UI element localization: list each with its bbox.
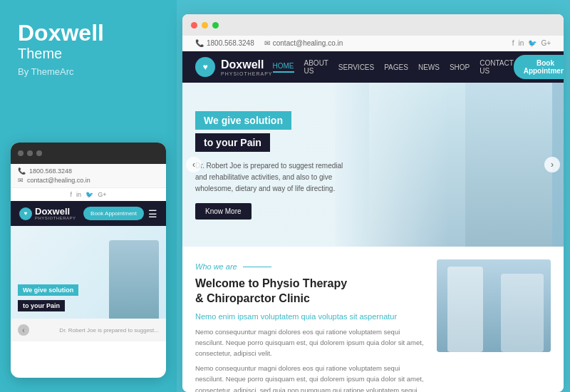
about-left: Who we are Welcome to Physio Therapy& Ch… — [195, 259, 424, 392]
website-logo: ♥ Doxwell PHYSIOTHERAPY — [195, 57, 273, 77]
mobile-social-bar: f in 🐦 G+ — [11, 188, 166, 201]
website-logo-texts: Doxwell PHYSIOTHERAPY — [221, 58, 273, 76]
mobile-logo-tagline: PHYSIOTHERAPY — [35, 216, 76, 220]
website-contact-left: 📞 1800.568.3248 ✉ contact@healing.co.in — [195, 39, 343, 47]
mobile-dot-2 — [27, 150, 33, 156]
mobile-dot-3 — [36, 150, 42, 156]
about-figure2 — [501, 274, 544, 352]
mobile-hero-overlay: We give solution to your Pain — [11, 275, 86, 319]
browser-mockup: 📞 1800.568.3248 ✉ contact@healing.co.in … — [182, 14, 564, 392]
nav-link-home[interactable]: HOME — [273, 62, 294, 73]
mobile-phone: 📞 1800.568.3248 — [18, 167, 159, 175]
website-email: ✉ contact@healing.co.in — [264, 39, 343, 47]
about-image-container — [437, 259, 551, 352]
mobile-hero: We give solution to your Pain — [11, 226, 166, 319]
website-nav-links: HOME ABOUT US SERVICES PAGES NEWS SHOP C… — [273, 59, 514, 75]
hero-tag1: We give solution — [195, 111, 291, 130]
mobile-logo-name: Doxwell — [35, 207, 76, 216]
mobile-mockup: 📞 1800.568.3248 ✉ contact@healing.co.in … — [11, 143, 166, 378]
website-about: Who we are Welcome to Physio Therapy& Ch… — [182, 247, 564, 392]
mobile-logo-icon: ♥ — [19, 207, 32, 220]
about-tagline: Nemo enim ipsam voluptatem quia voluptas… — [195, 312, 424, 321]
mobile-prev-arrow[interactable]: ‹ — [18, 324, 29, 336]
mobile-nav: ♥ Doxwell PHYSIOTHERAPY Book Appointment… — [11, 201, 166, 226]
website-phone-text: 1800.568.3248 — [207, 39, 254, 47]
nav-link-contact[interactable]: CONTACT US — [480, 59, 513, 75]
googleplus-icon[interactable]: G+ — [98, 191, 106, 198]
mobile-hero-tag1: We give solution — [18, 284, 78, 296]
email-icon: ✉ — [18, 177, 24, 184]
brand-name: Doxwell — [18, 21, 159, 44]
website-phone: 📞 1800.568.3248 — [195, 39, 254, 47]
website-book-button[interactable]: Book Appointment — [514, 55, 564, 79]
mobile-email-text: contact@healing.co.in — [27, 177, 90, 184]
mobile-book-button[interactable]: Book Appointment — [83, 207, 144, 220]
hero-content: We give solution to your Pain Dr. Robert… — [195, 111, 352, 220]
browser-dot-yellow — [202, 22, 208, 29]
linkedin-icon[interactable]: in — [76, 191, 81, 198]
browser-top-bar — [182, 14, 564, 36]
website-email-text: contact@healing.co.in — [273, 39, 343, 47]
website-logo-icon: ♥ — [195, 57, 215, 77]
about-figure1 — [447, 267, 483, 352]
mobile-bottom-bar: ‹ Dr. Robert Joe is prepared to suggest.… — [11, 319, 166, 341]
nav-link-news[interactable]: NEWS — [418, 63, 440, 71]
about-text1: Nemo consequuntur magni dolores eos qui … — [195, 326, 424, 359]
phone-icon: 📞 — [18, 167, 26, 175]
hamburger-icon[interactable]: ☰ — [148, 208, 157, 220]
mobile-body-text: Dr. Robert Joe is prepared to suggest... — [59, 327, 159, 334]
mobile-email: ✉ contact@healing.co.in — [18, 177, 159, 184]
website-in-icon[interactable]: in — [519, 39, 524, 47]
website-tw-icon[interactable]: 🐦 — [528, 39, 537, 47]
nav-link-about[interactable]: ABOUT US — [304, 59, 328, 75]
mobile-hero-figure — [109, 240, 159, 319]
mobile-hero-tag2: to your Pain — [18, 300, 65, 311]
website-phone-icon: 📞 — [195, 39, 204, 47]
nav-link-shop[interactable]: SHOP — [450, 63, 470, 71]
hero-next-arrow[interactable]: › — [544, 157, 560, 172]
browser-dot-red — [191, 22, 197, 29]
website-hero: We give solution to your Pain Dr. Robert… — [182, 83, 564, 247]
brand-by: By ThemeArc — [18, 66, 159, 77]
hero-description: Dr. Robert Joe is prepared to suggest re… — [195, 160, 352, 195]
website-gp-icon[interactable]: G+ — [541, 39, 551, 47]
facebook-icon[interactable]: f — [71, 191, 73, 198]
about-section-tag: Who we are — [195, 262, 271, 271]
nav-link-services[interactable]: SERVICES — [338, 63, 374, 71]
mobile-logo-texts: Doxwell PHYSIOTHERAPY — [35, 207, 76, 220]
website-social-bar: f in 🐦 G+ — [512, 39, 551, 47]
hero-cta-button[interactable]: Know More — [195, 203, 252, 220]
mobile-top-bar — [11, 143, 166, 164]
mobile-phone-text: 1800.568.3248 — [29, 167, 72, 175]
browser-dot-green — [212, 22, 219, 29]
mobile-contact-bar: 📞 1800.568.3248 ✉ contact@healing.co.in — [11, 164, 166, 188]
website-fb-icon[interactable]: f — [512, 39, 514, 47]
hero-tag2: to your Pain — [195, 133, 270, 152]
mobile-dot-1 — [18, 150, 24, 156]
website-email-icon: ✉ — [264, 39, 270, 47]
website-contact-bar: 📞 1800.568.3248 ✉ contact@healing.co.in … — [182, 36, 564, 51]
about-title: Welcome to Physio Therapy& Chiroparctor … — [195, 277, 424, 306]
about-image — [437, 259, 551, 352]
left-panel: Doxwell Theme By ThemeArc 📞 1800.568.324… — [0, 0, 177, 392]
hero-prev-arrow[interactable]: ‹ — [186, 157, 202, 172]
mobile-logo: ♥ Doxwell PHYSIOTHERAPY — [19, 207, 76, 220]
website-nav: ♥ Doxwell PHYSIOTHERAPY HOME ABOUT US SE… — [182, 51, 564, 83]
about-text2: Nemo consequuntur magni dolores eos qui … — [195, 363, 424, 392]
brand-subtitle: Theme — [18, 46, 159, 62]
mobile-figure-person — [109, 240, 159, 319]
website-logo-name: Doxwell — [221, 58, 273, 71]
website-logo-tagline: PHYSIOTHERAPY — [221, 71, 273, 76]
twitter-icon[interactable]: 🐦 — [86, 191, 93, 198]
nav-link-pages[interactable]: PAGES — [384, 63, 408, 71]
